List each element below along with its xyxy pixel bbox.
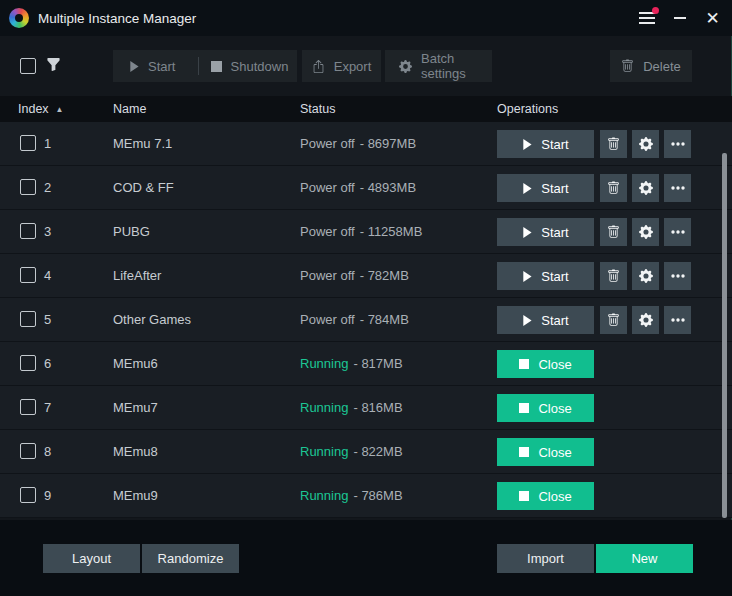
row-checkbox[interactable]	[20, 223, 36, 239]
more-options-icon	[671, 318, 685, 322]
stop-icon	[519, 403, 529, 413]
close-icon: ✕	[705, 10, 719, 27]
row-delete-button[interactable]	[600, 130, 627, 158]
layout-button[interactable]: Layout	[43, 544, 140, 573]
table-header: Index ▲ Name Status Operations	[0, 96, 732, 122]
start-selected-label: Start	[148, 59, 175, 74]
table-row: 1MEmu 7.1Power off- 8697MBStart	[0, 122, 732, 166]
vertical-scrollbar-thumb[interactable]	[722, 153, 727, 518]
minimize-button[interactable]	[663, 0, 696, 36]
row-status: Power off- 8697MB	[300, 122, 416, 165]
row-delete-button[interactable]	[600, 306, 627, 334]
row-settings-button[interactable]	[632, 174, 659, 202]
row-delete-button[interactable]	[600, 262, 627, 290]
row-status: Power off- 782MB	[300, 254, 409, 297]
export-icon	[312, 60, 325, 73]
row-close-label: Close	[538, 357, 571, 372]
export-label: Export	[334, 59, 372, 74]
export-button[interactable]: Export	[302, 50, 381, 82]
row-close-button[interactable]: Close	[497, 438, 594, 466]
more-options-icon	[671, 186, 685, 190]
row-more-button[interactable]	[664, 262, 691, 290]
row-more-button[interactable]	[664, 130, 691, 158]
row-more-button[interactable]	[664, 306, 691, 334]
randomize-button[interactable]: Randomize	[142, 544, 239, 573]
multiple-instance-manager-window: Multiple Instance Manager ✕ Start ⋮ Shut	[0, 0, 732, 596]
row-checkbox[interactable]	[20, 179, 36, 195]
row-operations: Close	[497, 394, 594, 422]
row-settings-button[interactable]	[632, 218, 659, 246]
row-checkbox[interactable]	[20, 443, 36, 459]
row-delete-button[interactable]	[600, 174, 627, 202]
row-operations: Start	[497, 130, 696, 158]
row-status-state: Running	[300, 444, 348, 459]
row-checkbox[interactable]	[20, 487, 36, 503]
row-status-memory: - 817MB	[353, 356, 402, 371]
column-header-status[interactable]: Status	[300, 96, 335, 122]
row-operations: Close	[497, 438, 594, 466]
row-status-memory: - 786MB	[353, 488, 402, 503]
column-header-name[interactable]: Name	[113, 96, 146, 122]
row-settings-button[interactable]	[632, 262, 659, 290]
trash-icon	[607, 313, 620, 327]
row-start-button[interactable]: Start	[497, 306, 594, 334]
batch-settings-label: Batch settings	[421, 51, 478, 81]
row-status: Power off- 11258MB	[300, 210, 422, 253]
row-close-button[interactable]: Close	[497, 394, 594, 422]
close-button[interactable]: ✕	[696, 0, 729, 36]
row-index: 7	[44, 386, 51, 429]
table-body: 1MEmu 7.1Power off- 8697MBStart2COD & FF…	[0, 122, 732, 519]
gear-icon	[639, 313, 653, 327]
row-checkbox[interactable]	[20, 135, 36, 151]
table-row: 4LifeAfterPower off- 782MBStart	[0, 254, 732, 298]
gear-icon	[639, 181, 653, 195]
row-settings-button[interactable]	[632, 306, 659, 334]
play-icon	[129, 61, 139, 72]
row-delete-button[interactable]	[600, 218, 627, 246]
row-operations: Close	[497, 482, 594, 510]
import-button[interactable]: Import	[497, 544, 594, 573]
row-checkbox[interactable]	[20, 399, 36, 415]
row-settings-button[interactable]	[632, 130, 659, 158]
window-controls: ✕	[630, 0, 732, 36]
row-start-label: Start	[541, 269, 568, 284]
row-more-button[interactable]	[664, 174, 691, 202]
trash-icon	[607, 181, 620, 195]
row-checkbox[interactable]	[20, 267, 36, 283]
row-start-label: Start	[541, 313, 568, 328]
row-more-button[interactable]	[664, 218, 691, 246]
row-close-button[interactable]: Close	[497, 482, 594, 510]
footer-bar: Layout Randomize Import New	[0, 520, 732, 596]
row-start-label: Start	[541, 181, 568, 196]
row-close-button[interactable]: Close	[497, 350, 594, 378]
start-selected-button[interactable]: Start	[113, 50, 189, 82]
row-checkbox[interactable]	[20, 311, 36, 327]
menu-button[interactable]	[630, 0, 663, 36]
row-start-label: Start	[541, 225, 568, 240]
row-start-button[interactable]: Start	[497, 218, 594, 246]
select-all-checkbox[interactable]	[20, 58, 36, 74]
row-status: Power off- 784MB	[300, 298, 409, 341]
play-icon	[522, 227, 532, 238]
row-start-button[interactable]: Start	[497, 174, 594, 202]
shutdown-button[interactable]: Shutdown	[202, 50, 297, 82]
row-start-button[interactable]: Start	[497, 130, 594, 158]
row-status-state: Power off	[300, 136, 355, 151]
row-status-memory: - 816MB	[353, 400, 402, 415]
row-checkbox[interactable]	[20, 355, 36, 371]
row-start-button[interactable]: Start	[497, 262, 594, 290]
row-operations: Start	[497, 306, 696, 334]
trash-icon	[621, 59, 634, 73]
filter-icon[interactable]	[46, 57, 61, 72]
stop-icon	[519, 491, 529, 501]
column-label-index: Index	[18, 102, 49, 116]
minimize-icon	[674, 17, 686, 19]
row-operations: Start	[497, 218, 696, 246]
column-header-index[interactable]: Index ▲	[18, 96, 64, 122]
batch-settings-button[interactable]: Batch settings	[385, 50, 492, 82]
row-name: MEmu 7.1	[113, 122, 172, 165]
delete-button[interactable]: Delete	[610, 50, 692, 82]
trash-icon	[607, 269, 620, 283]
new-button[interactable]: New	[596, 544, 693, 573]
trash-icon	[607, 225, 620, 239]
